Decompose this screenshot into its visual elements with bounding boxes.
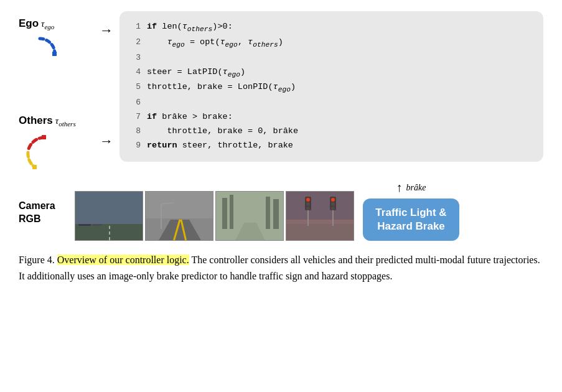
others-tau: τothers [55,116,76,126]
camera-image-3 [215,191,284,241]
brake-label: brâke [406,183,426,193]
code-box: 1 if len(τothers)>0: 2 τego = opt(τego, … [119,11,543,162]
ego-arc [22,35,56,70]
bottom-section: CameraRGB [19,180,543,241]
ego-label: Ego τego [19,17,54,30]
svg-rect-14 [146,192,213,218]
svg-rect-6 [75,192,143,224]
ego-tau: τego [41,19,54,29]
code-line-9: 9 return steer, throttle, brake [132,139,531,153]
camera-image-4 [286,191,354,241]
code-line-6: 6 [132,96,531,110]
code-line-5: 5 throttle, brake = LonPID(τego) [132,80,531,96]
traffic-light-label: Traffic Light &Hazard Brake [375,207,446,232]
brake-area: ↑ brâke Traffic Light &Hazard Brake [363,180,459,241]
svg-rect-21 [216,192,284,241]
code-line-8: 8 throttle, brake = 0, brâke [132,124,531,139]
others-text: Others [19,114,53,126]
code-line-7: 7 if brâke > brake: [132,110,531,124]
camera-images-row [75,191,354,241]
svg-rect-35 [286,192,354,241]
traffic-light-hazard-brake-box: Traffic Light &Hazard Brake [363,198,459,241]
ego-arrow: → [100,24,113,37]
code-line-4: 4 steer = LatPID(τego) [132,65,531,81]
ego-section: Ego τego [19,17,56,70]
camera-image-1 [75,191,143,241]
svg-rect-0 [52,52,57,56]
camera-label-col: CameraRGB [19,185,75,241]
code-line-2: 2 τego = opt(τego, τothers) [132,35,531,51]
main-container: Ego τego Others τothers [0,0,562,295]
others-arc [22,133,62,173]
highlighted-caption: Overview of our controller logic. [57,254,189,265]
code-line-1: 1 if len(τothers)>0: [132,20,531,35]
arrows-column: → → [100,11,113,148]
others-section: Others τothers [19,114,76,173]
code-line-3: 3 [132,51,531,65]
ego-text: Ego [19,17,39,29]
camera-image-2 [145,191,213,241]
svg-rect-2 [32,165,37,169]
diagram-area: Ego τego Others τothers [19,11,543,173]
brake-up-arrow-icon: ↑ [396,180,403,195]
others-label: Others τothers [19,114,76,128]
figure-caption: Figure 4. Overview of our controller log… [19,252,543,284]
left-labels: Ego τego Others τothers [19,11,100,173]
svg-rect-1 [42,135,46,139]
others-arrow: → [100,134,113,148]
brake-arrow-row: ↑ brâke [396,180,426,195]
camera-label: CameraRGB [19,200,55,226]
figure-number: Figure 4. [19,254,55,265]
